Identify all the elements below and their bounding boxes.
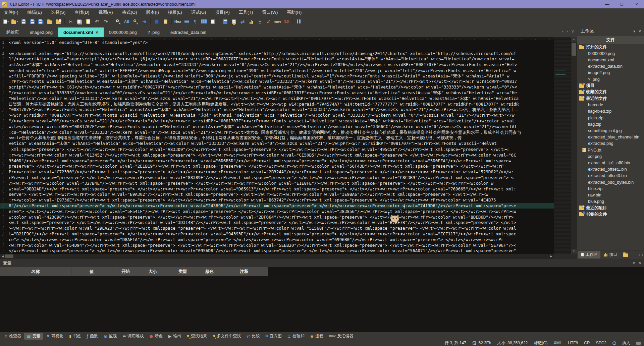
import-file-button[interactable] (54, 17, 62, 25)
panel-button-compare[interactable]: ⇄比较 (244, 333, 262, 340)
menu-item-6[interactable]: 脚本(I) (146, 9, 159, 15)
panel-close-icon[interactable]: ✕ (638, 29, 641, 34)
scroll-down-icon[interactable]: ▼ (571, 249, 577, 254)
panel-button-checksum[interactable]: ±校验和 (285, 333, 307, 340)
horizontal-scroll-thumb[interactable] (5, 254, 13, 258)
tab-extracted_data.bin[interactable]: extracted_data.bin (165, 27, 212, 37)
open-file-button[interactable]: ▾ (11, 17, 19, 25)
tab-image2.png[interactable]: image2.png (24, 27, 58, 37)
variables-column-名称[interactable]: 名称 (0, 267, 71, 276)
convert-button[interactable]: ⇄ (238, 17, 247, 25)
variables-column-颜色[interactable]: 颜色 (199, 267, 220, 276)
scroll-right-icon[interactable]: ▶ (548, 254, 554, 259)
scroll-up-icon[interactable]: ▲ (571, 37, 577, 42)
close-file-button[interactable] (46, 17, 54, 25)
panel-button-functions[interactable]: ƒ函数 (84, 333, 101, 340)
save-as-button[interactable] (28, 17, 36, 25)
edit-as-text-button[interactable] (209, 17, 217, 25)
tree-item-extracted_offset0.bin[interactable]: extracted_offset0.bin (577, 173, 644, 179)
save-all-button[interactable] (37, 17, 45, 25)
hex-mode-button[interactable]: Hex (174, 17, 182, 25)
panel-button-find-results[interactable]: 查找结果 (184, 333, 210, 340)
menu-item-1[interactable]: 编辑(E) (28, 9, 42, 15)
panel-button-inspector[interactable]: ↯检查器 (1, 333, 24, 340)
word-wrap-button[interactable] (182, 17, 191, 25)
run-template-button[interactable] (153, 17, 161, 25)
menu-item-12[interactable]: 帮助(H) (287, 9, 302, 15)
tab-scroll-right-icon[interactable]: › (567, 28, 568, 34)
menu-item-10[interactable]: 工具(T) (239, 9, 253, 15)
tab-list-dropdown-icon[interactable]: ∨ (571, 28, 574, 34)
paste-button[interactable] (84, 17, 92, 25)
minimap[interactable] (554, 37, 571, 254)
close-button[interactable]: × (629, 0, 644, 8)
tree-item-raw.bin[interactable]: raw.bin (577, 192, 644, 198)
tree-item-barcode[interactable]: barcode (577, 102, 644, 108)
dock-tab-folder[interactable] (621, 251, 631, 258)
menu-item-7[interactable]: 模板(L) (168, 9, 182, 15)
tab-? .png[interactable]: ? .png (142, 27, 165, 37)
panel-button-call-stack[interactable]: ≡调用堆栈 (120, 333, 147, 340)
tree-item-extrac_ni...ip1_off0.bin[interactable]: extrac_ni...ip1_off0.bin (577, 160, 644, 166)
tree-item-plain.zip[interactable]: plain.zip (577, 115, 644, 121)
tree-item-打开的文件[interactable]: 打开的文件 (577, 44, 644, 50)
menu-item-9[interactable]: 项目(P) (215, 9, 229, 15)
replace-button[interactable]: AB (123, 17, 131, 25)
redo-button[interactable]: ↷ (102, 17, 110, 25)
new-file-button[interactable]: ▾ (2, 17, 10, 25)
tree-item-extracted_blue_channel.bin[interactable]: extracted_blue_channel.bin (577, 134, 644, 140)
panel-button-histogram[interactable]: ılı直方图 (263, 333, 284, 340)
histogram-button[interactable] (247, 17, 255, 25)
minimize-button[interactable]: — (600, 0, 614, 8)
panel-button-processes[interactable]: ⊕进程 (308, 333, 326, 340)
variables-column-大小[interactable]: 大小 (139, 267, 166, 276)
tab-document.xml[interactable]: document.xml× (58, 27, 104, 37)
tree-item-项目[interactable]: 项目 (577, 82, 644, 89)
save-button[interactable] (19, 17, 28, 25)
tree-item-? .png[interactable]: ? .png (577, 76, 644, 82)
check-validity-button[interactable]: ✓ (265, 17, 273, 25)
variables-column-值[interactable]: 值 (71, 267, 112, 276)
tree-item-something in it.jpg[interactable]: something in it.jpg (577, 127, 644, 134)
tree-item-00000000.png[interactable]: 00000000.png (577, 50, 644, 57)
menu-item-11[interactable]: 窗口(W) (262, 9, 278, 15)
dock-tab-工作区[interactable]: 工作区 (578, 251, 600, 258)
panel-button-breakpoints[interactable]: ●断点 (147, 333, 165, 340)
column-mode-button[interactable] (200, 17, 208, 25)
dock-tab-项目[interactable]: 项目 (601, 251, 620, 258)
tree-item-extracted_odd_bytes.bin[interactable]: extracted_odd_bytes.bin (577, 179, 644, 185)
cut-button[interactable]: ✂ (67, 17, 75, 25)
tree-item-xor.png[interactable]: xor.png (577, 153, 644, 160)
disassembly-button[interactable]: mov (273, 17, 281, 25)
vertical-scrollbar[interactable]: ▲ ▼ (571, 37, 577, 254)
calculator-button[interactable] (221, 17, 229, 25)
tree-item-flag.zip[interactable]: flag.zip (577, 121, 644, 127)
panel-button-output[interactable]: ▶输出 (166, 333, 184, 340)
variables-column-类型[interactable]: 类型 (166, 267, 199, 276)
run-script-button[interactable] (161, 17, 169, 25)
tab-起始页[interactable]: 起始页 (1, 27, 24, 37)
variables-table-body[interactable] (0, 276, 644, 332)
tree-item-PNG.bt[interactable]: PNG.bt (577, 147, 644, 153)
menu-item-2[interactable]: 选择(S) (51, 9, 65, 15)
maximize-button[interactable]: □ (614, 0, 629, 8)
dock-tab-left-icon[interactable]: ‹ (639, 252, 640, 257)
undo-button[interactable]: ↶ (93, 17, 101, 25)
tree-item-extracted.png[interactable]: extracted.png (577, 140, 644, 147)
variables-column-开始[interactable]: 开始 (112, 267, 139, 276)
tab-scroll-left-icon[interactable]: ‹ (562, 28, 564, 34)
panel-menu-icon[interactable]: ▾ (633, 29, 635, 34)
file-properties-button[interactable] (230, 17, 238, 25)
tree-item-extracted_data.bin[interactable]: extracted_data.bin (577, 63, 644, 70)
tree-item-最近的文件[interactable]: 最近的文件 (577, 96, 644, 102)
tree-item-blue.png[interactable]: blue.png (577, 198, 644, 205)
tree-item-image2.png[interactable]: image2.png (577, 70, 644, 76)
vertical-scroll-thumb[interactable] (572, 43, 576, 56)
copy-button[interactable] (75, 17, 84, 25)
checksum-button[interactable]: ± (256, 17, 264, 25)
variables-close-icon[interactable]: ✕ (638, 261, 641, 265)
horizontal-scrollbar[interactable]: ◀ ▶ (0, 254, 554, 259)
variables-menu-icon[interactable]: ∨ (633, 261, 635, 265)
dock-tab-right-icon[interactable]: › (642, 252, 643, 257)
tree-item-document.xml[interactable]: document.xml (577, 57, 644, 63)
